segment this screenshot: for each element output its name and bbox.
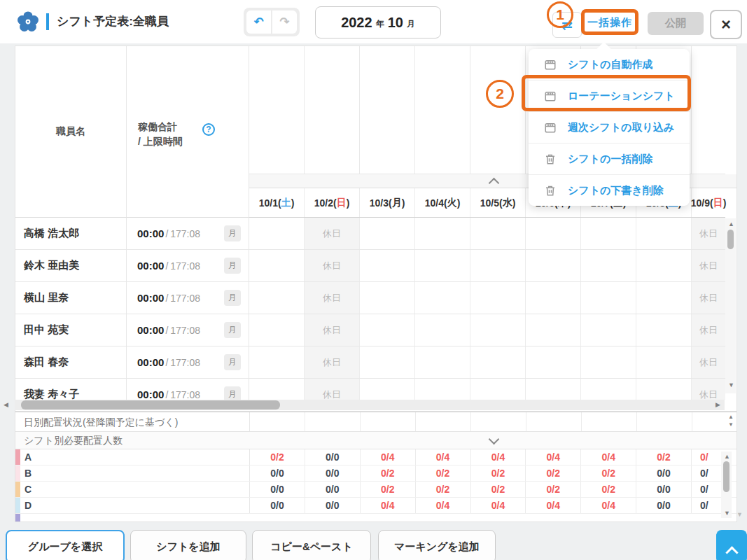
shift-cell[interactable] — [360, 282, 415, 314]
shift-cell[interactable] — [470, 250, 526, 281]
redo-button[interactable]: ↷ — [272, 10, 297, 34]
outer-scroll-down-arrow[interactable]: ▼ — [736, 512, 743, 518]
daily-status-label: 日別配置状況(登降園予定に基づく) — [24, 416, 178, 429]
scroll-down-arrow[interactable]: ▼ — [728, 382, 734, 388]
holiday-cell[interactable]: 休日 — [305, 282, 360, 314]
shift-cell[interactable] — [526, 282, 581, 314]
allocation-cell: 0/0 — [305, 449, 361, 465]
holiday-cell[interactable]: 休日 — [692, 282, 725, 314]
shift-cell[interactable] — [636, 346, 692, 378]
shift-cell[interactable] — [581, 346, 636, 378]
mini-scroll-up-arrow[interactable]: ▲ — [728, 414, 734, 420]
shift-cell[interactable] — [470, 379, 526, 400]
holiday-cell[interactable]: 休日 — [692, 250, 725, 281]
shift-cell[interactable] — [249, 379, 305, 400]
staff-name: 高橋 浩太郎 — [15, 218, 127, 249]
add-shift-button[interactable]: シフトを追加 — [130, 530, 246, 560]
annotation-highlight-bulk-button — [581, 9, 638, 35]
shift-cell[interactable] — [636, 218, 692, 249]
shift-cell[interactable] — [526, 346, 581, 378]
shift-cell[interactable] — [636, 314, 692, 346]
menu-item-bulk-delete[interactable]: シフトの一括削除 — [529, 144, 690, 175]
shift-cell[interactable] — [415, 250, 470, 281]
shift-cell[interactable] — [415, 314, 470, 346]
scroll-left-arrow[interactable]: ◀ — [4, 402, 8, 408]
shift-cell[interactable] — [470, 346, 526, 378]
shift-cell[interactable] — [415, 282, 470, 314]
holiday-cell[interactable]: 休日 — [692, 314, 725, 346]
shift-cell[interactable] — [360, 379, 415, 400]
copy-paste-button[interactable]: コピー&ペースト — [252, 530, 371, 560]
publish-button[interactable]: 公開 — [648, 12, 704, 35]
staff-scroll-thumb[interactable] — [727, 230, 734, 249]
shift-cell[interactable] — [470, 218, 526, 249]
help-icon[interactable]: ? — [202, 123, 215, 136]
shift-cell[interactable] — [581, 282, 636, 314]
undo-button[interactable]: ↶ — [246, 10, 271, 34]
bottom-scroll-thumb[interactable] — [723, 461, 729, 492]
holiday-cell[interactable]: 休日 — [305, 218, 360, 249]
bottom-scroll-up-arrow[interactable]: ▲ — [724, 454, 730, 460]
allocation-cell: 0/2 — [581, 465, 636, 481]
shift-cell[interactable] — [581, 218, 636, 249]
shift-cell[interactable] — [636, 282, 692, 314]
shift-cell[interactable] — [636, 379, 692, 400]
holiday-cell[interactable]: 休日 — [305, 250, 360, 281]
staff-hours: 00:00/177:08月 — [127, 218, 249, 249]
holiday-cell[interactable]: 休日 — [692, 346, 725, 378]
allocation-cell: 0/4 — [471, 449, 526, 465]
menu-item-weekly-import[interactable]: 週次シフトの取り込み — [529, 112, 690, 144]
scroll-right-arrow[interactable]: ▶ — [715, 402, 720, 408]
shift-cell[interactable] — [249, 314, 305, 346]
shift-cell[interactable] — [360, 314, 415, 346]
bottom-scroll-down-arrow[interactable]: ▼ — [724, 510, 730, 517]
holiday-cell[interactable]: 休日 — [305, 346, 360, 378]
holiday-cell[interactable]: 休日 — [692, 379, 725, 400]
shift-row: 休日休日 — [249, 379, 725, 400]
shift-cell[interactable] — [249, 346, 305, 378]
horizontal-scroll-thumb[interactable] — [21, 400, 280, 410]
select-group-button[interactable]: グループを選択 — [6, 530, 125, 560]
shift-cell[interactable] — [526, 218, 581, 249]
scroll-to-top-button[interactable] — [716, 530, 747, 560]
holiday-cell[interactable]: 休日 — [692, 218, 725, 249]
shift-cell[interactable] — [249, 282, 305, 314]
holiday-cell[interactable]: 休日 — [305, 379, 360, 400]
shift-cell[interactable] — [249, 250, 305, 281]
staff-name: 鈴木 亜由美 — [15, 250, 127, 281]
shift-type-row: D 0/0 0/0 0/4 0/4 0/4 0/4 0/4 0/0 0/ — [15, 498, 736, 514]
shift-cell[interactable] — [581, 250, 636, 281]
shift-cell[interactable] — [470, 282, 526, 314]
date-header: 10/3(月) — [360, 188, 415, 217]
allocation-cell: 0/2 — [471, 482, 526, 497]
month-selector[interactable]: 2022 年 10 月 — [315, 6, 441, 38]
staff-info-column: 高橋 浩太郎 00:00/177:08月 鈴木 亜由美 00:00/177:08… — [15, 218, 249, 400]
month-value: 10 — [388, 15, 403, 31]
shift-cell[interactable] — [526, 314, 581, 346]
shift-cell[interactable] — [360, 346, 415, 378]
shift-cell[interactable] — [415, 346, 470, 378]
holiday-cell[interactable]: 休日 — [305, 314, 360, 346]
shift-cell[interactable] — [526, 379, 581, 400]
shift-color-marker — [15, 482, 20, 497]
shift-row: 休日休日 — [249, 314, 725, 346]
menu-item-draft-delete[interactable]: シフトの下書き削除 — [529, 175, 690, 206]
shift-cell[interactable] — [360, 250, 415, 281]
total-header-line2: / 上限時間 — [138, 134, 183, 149]
shift-cell[interactable] — [249, 218, 305, 249]
close-button[interactable]: × — [710, 10, 742, 39]
year-unit: 年 — [376, 15, 384, 30]
shift-cell[interactable] — [581, 314, 636, 346]
add-marking-button[interactable]: マーキングを追加 — [378, 530, 496, 560]
mini-scroll-down-arrow[interactable]: ▼ — [728, 422, 734, 428]
shift-cell[interactable] — [636, 250, 692, 281]
shift-cell[interactable] — [581, 379, 636, 400]
shift-cell[interactable] — [415, 218, 470, 249]
shift-cell[interactable] — [360, 218, 415, 249]
required-staff-row[interactable]: シフト別必要配置人数 — [15, 432, 736, 449]
scroll-up-arrow[interactable]: ▲ — [728, 221, 734, 227]
annotation-step-1: 1 — [547, 1, 573, 28]
shift-cell[interactable] — [415, 379, 470, 400]
shift-cell[interactable] — [470, 314, 526, 346]
shift-cell[interactable] — [526, 250, 581, 281]
